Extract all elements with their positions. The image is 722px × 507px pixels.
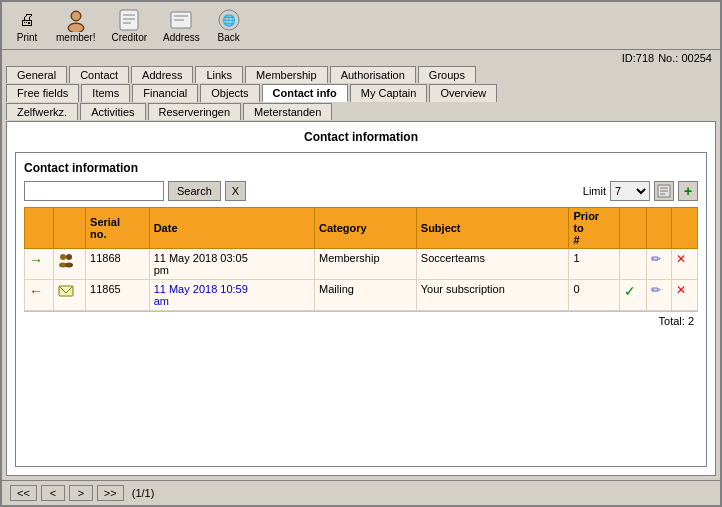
tab-free-fields[interactable]: Free fields: [6, 84, 79, 102]
tab-contact-info[interactable]: Contact info: [262, 84, 348, 102]
footer: << < > >> (1/1): [2, 480, 720, 505]
total-row: Total: 2: [24, 311, 698, 330]
col-actions1: [620, 208, 647, 249]
row1-check-placeholder: [620, 249, 647, 280]
tab-financial[interactable]: Financial: [132, 84, 198, 102]
tab-items[interactable]: Items: [81, 84, 130, 102]
row2-icon: [54, 280, 86, 311]
row1-category: Membership: [315, 249, 417, 280]
creditor-label: Creditor: [111, 32, 147, 43]
limit-select[interactable]: 7 10 20: [610, 181, 650, 201]
address-button[interactable]: Address: [157, 6, 206, 45]
row1-date: 11 May 2018 03:05pm: [149, 249, 314, 280]
tab-zelfwerkz[interactable]: Zelfwerkz.: [6, 103, 78, 120]
row2-serial: 11865: [86, 280, 150, 311]
nav-first-button[interactable]: <<: [10, 485, 37, 501]
tab-meterstanden[interactable]: Meterstanden: [243, 103, 332, 120]
col-actions3: [672, 208, 698, 249]
svg-point-2: [72, 12, 80, 20]
id-bar: ID:718 No.: 00254: [2, 50, 720, 66]
row2-date: 11 May 2018 10:59am: [149, 280, 314, 311]
tab-activities[interactable]: Activities: [80, 103, 145, 120]
tab-general[interactable]: General: [6, 66, 67, 83]
tab-membership[interactable]: Membership: [245, 66, 328, 83]
print-button[interactable]: 🖨 Print: [8, 6, 46, 45]
creditor-icon: [117, 8, 141, 32]
member-icon: [64, 8, 88, 32]
tab-address[interactable]: Address: [131, 66, 193, 83]
col-prior: Priorto#: [569, 208, 620, 249]
row1-serial: 11868: [86, 249, 150, 280]
col-serial: Serialno.: [86, 208, 150, 249]
search-button[interactable]: Search: [168, 181, 221, 201]
add-icon-button[interactable]: +: [678, 181, 698, 201]
tab-my-captain[interactable]: My Captain: [350, 84, 428, 102]
content-title: Contact information: [15, 130, 707, 144]
address-icon: [169, 8, 193, 32]
row1-icon: [54, 249, 86, 280]
tabs-row-1: General Contact Address Links Membership…: [2, 66, 720, 83]
back-label: Back: [218, 32, 240, 43]
row2-subject: Your subscription: [416, 280, 569, 311]
row2-check: ✓: [620, 280, 647, 311]
row2-prior: 0: [569, 280, 620, 311]
row1-arrow: →: [25, 249, 54, 280]
svg-point-17: [60, 254, 66, 260]
row1-subject: Soccerteams: [416, 249, 569, 280]
search-input[interactable]: [24, 181, 164, 201]
col-icon: [54, 208, 86, 249]
print-icon: 🖨: [15, 8, 39, 32]
address-label: Address: [163, 32, 200, 43]
col-actions2: [647, 208, 672, 249]
no-label: No.: 00254: [658, 52, 712, 64]
tab-groups[interactable]: Groups: [418, 66, 476, 83]
back-button[interactable]: 🌐 Back: [210, 6, 248, 45]
export-icon-button[interactable]: [654, 181, 674, 201]
page-info: (1/1): [132, 487, 155, 499]
main-window: 🖨 Print member!: [0, 0, 722, 507]
content-area: Contact information Contact information …: [6, 121, 716, 476]
back-icon: 🌐: [217, 8, 241, 32]
svg-rect-4: [120, 10, 138, 30]
tab-authorisation[interactable]: Authorisation: [330, 66, 416, 83]
col-category: Category: [315, 208, 417, 249]
tab-contact[interactable]: Contact: [69, 66, 129, 83]
svg-point-19: [66, 254, 72, 260]
tabs-row-3: Zelfwerkz. Activities Reserveringen Mete…: [2, 103, 720, 120]
tab-reserveringen[interactable]: Reserveringen: [148, 103, 242, 120]
tab-links[interactable]: Links: [195, 66, 243, 83]
svg-text:🌐: 🌐: [222, 13, 236, 27]
col-arrow: [25, 208, 54, 249]
svg-point-3: [69, 24, 83, 32]
col-subject: Subject: [416, 208, 569, 249]
table-row: ← 11865 11 May 2018 10:59am Mailing Your…: [25, 280, 698, 311]
clear-button[interactable]: X: [225, 181, 246, 201]
svg-point-20: [65, 263, 73, 268]
toolbar: 🖨 Print member!: [2, 2, 720, 50]
row1-delete[interactable]: ✕: [672, 249, 698, 280]
creditor-button[interactable]: Creditor: [105, 6, 153, 45]
panel-toolbar: Search X Limit 7 10 20: [24, 181, 698, 201]
member-button[interactable]: member!: [50, 6, 101, 45]
tab-overview[interactable]: Overview: [429, 84, 497, 102]
nav-next-button[interactable]: >: [69, 485, 93, 501]
col-date: Date: [149, 208, 314, 249]
row2-edit[interactable]: ✏: [647, 280, 672, 311]
tab-objects[interactable]: Objects: [200, 84, 259, 102]
total-label: Total: 2: [659, 315, 694, 327]
nav-last-button[interactable]: >>: [97, 485, 124, 501]
limit-label: Limit: [583, 185, 606, 197]
row1-prior: 1: [569, 249, 620, 280]
row1-edit[interactable]: ✏: [647, 249, 672, 280]
nav-prev-button[interactable]: <: [41, 485, 65, 501]
limit-control: Limit 7 10 20 +: [583, 181, 698, 201]
panel-title: Contact information: [24, 161, 698, 175]
id-label: ID:718: [622, 52, 654, 64]
contact-info-table: Serialno. Date Category Subject Priorto#…: [24, 207, 698, 311]
table-row: → 11868 11 May 2018 03:05pm Membership: [25, 249, 698, 280]
row2-category: Mailing: [315, 280, 417, 311]
row2-arrow: ←: [25, 280, 54, 311]
contact-info-panel: Contact information Search X Limit 7 10 …: [15, 152, 707, 467]
tabs-row-2: Free fields Items Financial Objects Cont…: [2, 84, 720, 102]
row2-delete[interactable]: ✕: [672, 280, 698, 311]
